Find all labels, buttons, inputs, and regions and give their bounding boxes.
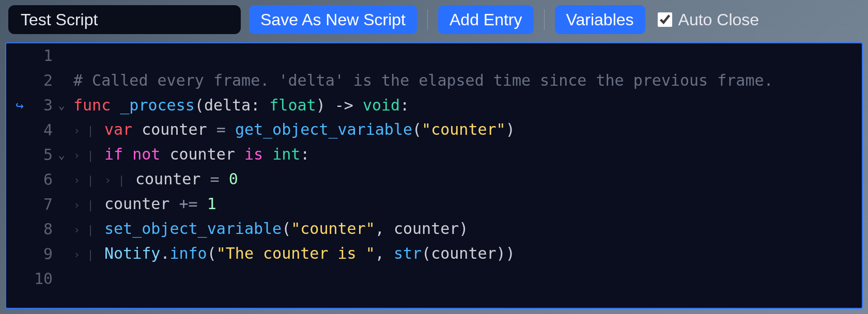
code-line[interactable]: 5⌄› |if not counter is int: (6, 143, 862, 167)
indent-guide-icon: › | (73, 242, 104, 267)
code-line[interactable]: 4› |var counter = get_object_variable("c… (6, 118, 862, 143)
token: float (269, 96, 316, 114)
code-line[interactable]: 7› |counter += 1 (6, 192, 862, 217)
toolbar: Save As New Script Add Entry Variables A… (0, 0, 868, 39)
token: counter (431, 244, 496, 262)
indent-guide-icon: › | (73, 143, 104, 168)
token: func (73, 96, 120, 114)
token: , (375, 244, 394, 262)
code-line[interactable]: 1 (6, 43, 862, 68)
fold-arrow-icon[interactable]: ⌄ (53, 143, 70, 167)
token: = (210, 170, 229, 188)
token: counter (142, 120, 216, 138)
line-number: 9 (33, 242, 53, 266)
token: ( (282, 219, 291, 238)
indent-guide-icon: › | (104, 168, 135, 193)
code-line[interactable]: ↪3⌄func _process(delta: float) -> void: (6, 93, 862, 118)
line-number: 6 (33, 167, 53, 192)
token: counter (135, 170, 210, 188)
line-number: 3 (33, 93, 53, 118)
token: , (375, 219, 394, 238)
token: _process (120, 96, 195, 114)
gutter-icon: ↪ (6, 93, 33, 118)
token: ( (207, 244, 216, 262)
token: Notify (104, 244, 160, 262)
token: ) (459, 219, 468, 238)
token: is (244, 145, 272, 163)
code-line[interactable]: 9› |Notify.info("The counter is ", str(c… (6, 242, 862, 266)
token: += (179, 195, 207, 213)
token: ) (506, 120, 515, 138)
line-number: 2 (33, 68, 53, 93)
token: : (251, 96, 269, 114)
divider (544, 9, 545, 30)
code-content[interactable]: › |Notify.info("The counter is ", str(co… (70, 241, 515, 267)
token: str (394, 244, 422, 262)
code-line[interactable]: 2# Called every frame. 'delta' is the el… (6, 68, 862, 93)
token: counter (104, 195, 179, 213)
code-line[interactable]: 8› |set_object_variable("counter", count… (6, 217, 862, 242)
code-line[interactable]: 10 (6, 266, 862, 291)
code-content[interactable]: › |set_object_variable("counter", counte… (70, 216, 468, 242)
token: ( (412, 120, 422, 138)
token: counter (394, 219, 459, 238)
token: ) -> (316, 96, 363, 114)
variables-button[interactable]: Variables (555, 5, 645, 34)
line-number: 7 (33, 192, 53, 217)
token: info (169, 244, 207, 262)
save-as-new-script-button[interactable]: Save As New Script (249, 5, 417, 34)
code-content[interactable]: # Called every frame. 'delta' is the ela… (70, 68, 773, 93)
token: if (104, 145, 132, 163)
divider (427, 9, 428, 30)
code-line[interactable]: 6› |› |counter = 0 (6, 167, 862, 192)
auto-close-text: Auto Close (678, 10, 760, 29)
token: # Called every frame. 'delta' is the ela… (73, 71, 773, 89)
line-number: 4 (33, 118, 53, 143)
token: 1 (207, 195, 216, 213)
auto-close-checkbox[interactable] (658, 12, 672, 27)
code-content[interactable]: › |var counter = get_object_variable("co… (70, 117, 515, 143)
token: not (132, 145, 169, 163)
code-content[interactable]: › |if not counter is int: (70, 142, 309, 168)
indent-guide-icon: › | (73, 168, 104, 193)
code-content[interactable]: › |counter += 1 (70, 192, 216, 217)
token: : (300, 145, 309, 163)
token: var (104, 120, 142, 138)
code-content[interactable]: func _process(delta: float) -> void: (70, 93, 409, 118)
token: set_object_variable (104, 219, 282, 238)
indent-guide-icon: › | (73, 217, 104, 242)
auto-close-checkbox-label[interactable]: Auto Close (658, 10, 760, 29)
token: get_object_variable (235, 120, 412, 138)
code-content[interactable]: › |› |counter = 0 (70, 167, 238, 193)
add-entry-button[interactable]: Add Entry (438, 5, 534, 34)
token: delta (204, 96, 251, 114)
token: = (216, 120, 235, 138)
token: "counter" (422, 120, 506, 138)
token: void (363, 96, 400, 114)
token: )) (497, 244, 515, 262)
token: . (160, 244, 169, 262)
token: "The counter is " (216, 244, 375, 262)
code-editor[interactable]: 12# Called every frame. 'delta' is the e… (5, 42, 863, 309)
indent-guide-icon: › | (73, 193, 104, 217)
token: : (400, 96, 409, 114)
token: "counter" (291, 219, 375, 238)
indent-guide-icon: › | (73, 118, 104, 143)
token: ( (422, 244, 431, 262)
line-number: 8 (33, 217, 53, 242)
token: int (272, 145, 300, 163)
line-number: 5 (33, 143, 53, 167)
fold-arrow-icon[interactable]: ⌄ (53, 93, 70, 118)
line-number: 10 (33, 266, 53, 291)
token: counter (169, 145, 244, 163)
script-name-input[interactable] (8, 5, 241, 34)
token: ( (195, 96, 204, 114)
token: 0 (229, 170, 238, 188)
line-number: 1 (33, 43, 53, 68)
